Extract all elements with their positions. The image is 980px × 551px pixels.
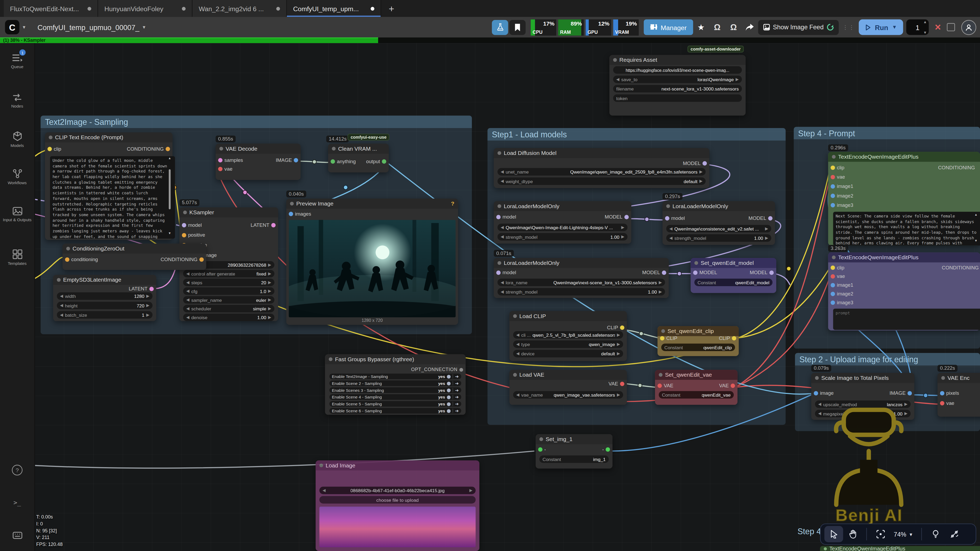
prompt-textarea[interactable]: Next Scene: The camera side view follow … (833, 212, 980, 246)
toggle-theme-button[interactable] (926, 526, 945, 542)
collapse-dot[interactable] (666, 204, 670, 208)
model-port-dot[interactable] (496, 215, 500, 219)
collapse-dot[interactable] (183, 211, 187, 214)
widget-vae-name[interactable]: ◀vae_nameqwen_image_vae.safetensors▶ (513, 391, 623, 399)
collapse-dot[interactable] (539, 437, 543, 441)
inc-arrow-icon[interactable]: ▶ (617, 332, 620, 338)
scroll-up-icon[interactable]: ▲ (974, 213, 978, 216)
dec-arrow-icon[interactable]: ◀ (516, 332, 520, 338)
goto-group-icon[interactable]: ➔ (455, 381, 459, 386)
collapse-dot[interactable] (49, 135, 52, 139)
inc-arrow-icon[interactable]: ▶ (146, 312, 150, 317)
sidebar-item-models[interactable]: Models (0, 131, 34, 148)
widget-save-to[interactable]: ◀save_toloras\QwenImage▶ (613, 76, 741, 83)
clip-port-dot[interactable] (830, 165, 835, 170)
collapse-dot[interactable] (694, 261, 698, 265)
dec-arrow-icon[interactable]: ◀ (186, 297, 189, 302)
dec-arrow-icon[interactable]: ◀ (516, 342, 520, 347)
scroll-thumb[interactable] (169, 169, 171, 210)
clip-port-dot[interactable] (660, 336, 664, 340)
collapse-dot[interactable] (815, 376, 819, 380)
inc-arrow-icon[interactable]: ▶ (735, 77, 739, 82)
toggle-knob[interactable] (447, 402, 450, 406)
node-load-vae[interactable]: Load VAE VAE ◀vae_nameqwen_image_vae.saf… (509, 370, 627, 405)
dec-arrow-icon[interactable]: ◀ (516, 351, 520, 356)
clip-port-dot[interactable] (48, 147, 52, 151)
widget-asset-url[interactable]: https://huggingface.co/lovis93/next-scen… (613, 66, 741, 74)
textarea-scrollbar[interactable]: ▲ ▼ (168, 159, 171, 232)
dec-arrow-icon[interactable]: ◀ (670, 236, 673, 241)
increment-icon[interactable]: ▲ (923, 20, 927, 24)
model-out-port-dot[interactable] (769, 270, 773, 275)
pan-tool-button[interactable] (843, 526, 862, 542)
collapse-dot[interactable] (832, 256, 836, 259)
image2-port-dot[interactable] (830, 292, 835, 296)
goto-group-icon[interactable]: ➔ (455, 387, 459, 392)
collapse-dot[interactable] (832, 155, 836, 159)
widget-sampler-name[interactable]: ◀sampler_nameeuler▶ (183, 296, 275, 303)
widget-constant[interactable]: ConstantqwenEdit_clip (661, 344, 735, 351)
node-vae-encode-partial[interactable]: VAE Enc pixels vae (937, 373, 980, 417)
dec-arrow-icon[interactable]: ◀ (186, 271, 189, 276)
node-lora-loader-2[interactable]: LoraLoaderModelOnly model MODEL ◀QwenIma… (663, 201, 775, 245)
image1-port-dot[interactable] (830, 184, 835, 189)
widget-steps[interactable]: ◀steps20▶ (183, 279, 275, 286)
fit-view-button[interactable] (871, 526, 890, 542)
vae-port-dot[interactable] (830, 175, 835, 179)
anything-port-dot[interactable] (331, 159, 335, 164)
clip-out-port-dot[interactable] (732, 336, 736, 340)
vae-out-port-dot[interactable] (731, 384, 735, 388)
chevron-down-icon[interactable]: ▼ (142, 25, 146, 29)
inc-arrow-icon[interactable]: ▶ (765, 226, 768, 231)
image1-port-dot[interactable] (830, 283, 835, 287)
inc-arrow-icon[interactable]: ▶ (268, 289, 271, 294)
latent-out-port-dot[interactable] (150, 287, 154, 291)
inc-arrow-icon[interactable]: ▶ (621, 225, 625, 230)
collapse-dot[interactable] (319, 464, 323, 467)
samples-port-dot[interactable] (218, 158, 222, 162)
scroll-up-icon[interactable]: ▲ (168, 156, 171, 160)
drag-handle[interactable]: ⋮⋮ (842, 24, 855, 30)
collapse-dot[interactable] (513, 373, 517, 376)
dec-arrow-icon[interactable]: ◀ (670, 226, 673, 231)
clip-port-dot[interactable] (830, 265, 835, 270)
node-load-clip[interactable]: Load CLIP CLIP ◀cli ...qwen_2.5_vl_7b_fp… (509, 311, 627, 361)
favorites-button[interactable]: ★ (693, 20, 709, 35)
collapse-dot[interactable] (498, 204, 501, 208)
sidebar-item-queue[interactable]: 1 Queue (0, 53, 34, 69)
model-out-port-dot[interactable] (703, 161, 707, 165)
toggle-knob[interactable] (447, 381, 450, 385)
goto-group-icon[interactable]: ➔ (455, 402, 459, 407)
share-button[interactable] (741, 20, 758, 35)
node-lora-loader-1[interactable]: LoraLoaderModelOnly model MODEL ◀QwenIma… (494, 201, 631, 244)
sidebar-item-workflows[interactable]: Workflows (0, 169, 34, 185)
inc-arrow-icon[interactable]: ▶ (699, 169, 703, 174)
toggle-knob[interactable] (447, 409, 450, 413)
goto-group-icon[interactable]: ➔ (455, 394, 459, 400)
inc-arrow-icon[interactable]: ▶ (268, 306, 271, 311)
collapse-dot[interactable] (329, 357, 332, 361)
node-load-image[interactable]: Load Image ◀0868682b-4b67-41ef-b0a0-46b2… (316, 460, 479, 551)
inc-arrow-icon[interactable]: ▶ (268, 271, 271, 276)
scroll-down-icon[interactable]: ▼ (974, 239, 978, 243)
toggle-knob[interactable] (447, 388, 450, 392)
goto-group-icon[interactable]: ➔ (455, 374, 459, 379)
stop-button[interactable] (947, 23, 955, 32)
toggle-knob[interactable] (447, 395, 450, 399)
chevron-down-icon[interactable]: ▼ (892, 24, 897, 30)
widget-strength-model[interactable]: ◀strength_model1.00▶ (498, 288, 665, 295)
beta-menu-button[interactable] (492, 20, 508, 35)
bypass-row-text2image[interactable]: Enable Text2Image - Samplingyes➔ (329, 373, 461, 379)
model-port-dot[interactable] (496, 270, 500, 275)
sidebar-item-nodes[interactable]: Nodes (0, 93, 34, 109)
model-port-dot[interactable] (693, 270, 697, 275)
decrement-icon[interactable]: ▼ (923, 30, 927, 34)
loaded-image-preview[interactable] (319, 507, 476, 547)
sidebar-shortcuts-button[interactable] (0, 532, 34, 539)
collapse-dot[interactable] (66, 247, 70, 251)
scroll-down-icon[interactable]: ▼ (168, 231, 171, 235)
image2-port-dot[interactable] (830, 194, 835, 198)
collapse-dot[interactable] (498, 151, 501, 155)
node-set-qwenedit-clip[interactable]: Set_qwenEdit_clip CLIP CLIP Constantqwen… (657, 326, 739, 356)
node-empty-sd3-latent[interactable]: EmptySD3LatentImage LATENT ◀width1280▶ ◀… (53, 275, 156, 321)
